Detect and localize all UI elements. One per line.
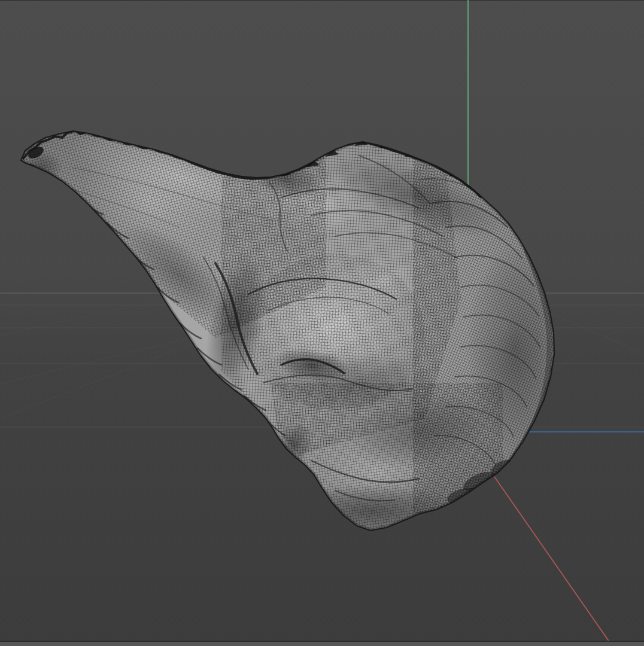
bottom-strip-bar bbox=[0, 642, 644, 646]
viewport-bottom-strip bbox=[0, 641, 644, 646]
scene-svg bbox=[0, 0, 644, 646]
z-axis-line bbox=[494, 477, 612, 646]
viewport-canvas[interactable] bbox=[0, 0, 644, 646]
asteroid-mesh-object[interactable] bbox=[0, 107, 575, 550]
bottom-strip-edge bbox=[0, 641, 644, 642]
